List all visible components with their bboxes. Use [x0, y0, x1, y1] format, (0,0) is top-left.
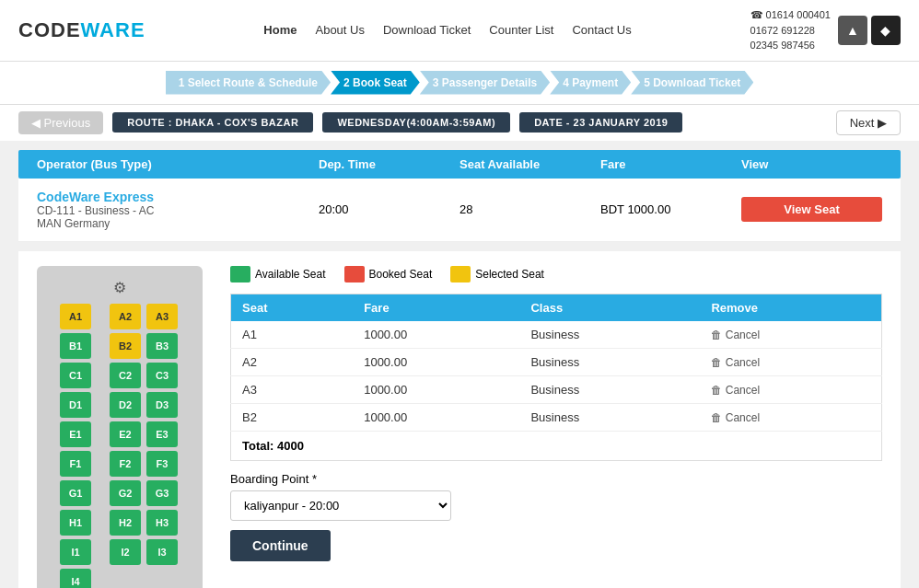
bus1-detail2: MAN Germany: [37, 217, 319, 230]
phone2: 01672 691228: [750, 23, 831, 39]
seat-B2[interactable]: B2: [110, 333, 141, 359]
seat-F2[interactable]: F2: [110, 451, 141, 477]
cancel-b2-button[interactable]: 🗑 Cancel: [711, 411, 760, 424]
sel-class-a3: Business: [519, 375, 700, 403]
step-1-label: 1 Select Route & Schedule: [179, 76, 318, 89]
seat-A3[interactable]: A3: [146, 304, 178, 329]
nav-counter[interactable]: Counter List: [489, 23, 553, 37]
sel-col-fare: Fare: [353, 294, 519, 321]
col-view: View: [741, 157, 882, 171]
sel-seat-a2: A2: [231, 348, 354, 375]
cancel-a1-button[interactable]: 🗑 Cancel: [711, 329, 760, 341]
seat-G2[interactable]: G2: [110, 480, 141, 506]
sel-col-class: Class: [519, 294, 700, 321]
seat-H2[interactable]: H2: [110, 510, 141, 536]
aisle-gap: [97, 392, 106, 418]
phone3: 02345 987456: [750, 38, 831, 53]
continue-button[interactable]: Continue: [230, 530, 331, 561]
route-bar: ◀ Previous ROUTE : DHAKA - COX'S BAZAR W…: [0, 105, 919, 141]
cancel-a3-button[interactable]: 🗑 Cancel: [711, 384, 760, 397]
available-label: Available Seat: [255, 268, 326, 281]
seat-F1[interactable]: F1: [60, 451, 91, 477]
seat-F3[interactable]: F3: [146, 451, 178, 477]
step-5[interactable]: 5 Download Ticket: [631, 71, 753, 95]
bus1-dep-time: 20:00: [319, 202, 460, 216]
step-1[interactable]: 1 Select Route & Schedule: [166, 71, 331, 95]
sel-seat-a3: A3: [231, 375, 354, 403]
seat-I2[interactable]: I2: [110, 539, 141, 565]
selection-table: Seat Fare Class Remove A1 1000.00 Busine…: [230, 294, 882, 432]
apple-icon-btn[interactable]: ◆: [871, 16, 901, 45]
android-icon-btn[interactable]: ▲: [838, 16, 867, 45]
sel-col-seat: Seat: [231, 294, 354, 321]
seat-G3[interactable]: G3: [146, 480, 178, 506]
col-dep-time: Dep. Time: [319, 157, 460, 171]
step-2[interactable]: 2 Book Seat: [331, 71, 420, 95]
sel-fare-b2: 1000.00: [353, 403, 519, 431]
seat-D3[interactable]: D3: [146, 392, 178, 418]
seat-C3[interactable]: C3: [146, 363, 178, 388]
step-5-label: 5 Download Ticket: [644, 76, 740, 89]
seat-H3[interactable]: H3: [146, 510, 178, 536]
seat-G1[interactable]: G1: [60, 480, 91, 506]
sel-class-a1: Business: [519, 321, 700, 349]
bus1-seats: 28: [460, 202, 600, 216]
nav-contact[interactable]: Contact Us: [572, 23, 631, 37]
aisle-gap: [97, 333, 106, 359]
bus-row-1: CodeWare Express CD-111 - Business - AC …: [18, 179, 901, 242]
sel-class-a2: Business: [519, 348, 700, 375]
bus-diagram: ⚙ A1 A2 A3 B1 B2 B3 C1 C2 C3 D1 D2 D3 E1: [37, 266, 203, 589]
seat-I4[interactable]: I4: [60, 569, 91, 589]
legend-selected: Selected Seat: [450, 266, 544, 282]
aisle-gap: [97, 480, 106, 506]
aisle-gap: [97, 363, 106, 388]
sel-fare-a1: 1000.00: [353, 321, 519, 349]
seat-A2[interactable]: A2: [110, 304, 141, 329]
nav-about[interactable]: About Us: [315, 23, 364, 37]
seat-E3[interactable]: E3: [146, 421, 178, 447]
aisle-gap: [97, 539, 106, 565]
legend: Available Seat Booked Seat Selected Seat: [230, 266, 882, 282]
bus1-detail1: CD-111 - Business - AC: [37, 204, 319, 217]
logo: CODEWARE: [18, 18, 145, 42]
seat-B1[interactable]: B1: [60, 333, 91, 359]
seat-D2[interactable]: D2: [110, 392, 141, 418]
logo-ware: WARE: [81, 18, 145, 41]
sel-fare-a2: 1000.00: [353, 348, 519, 375]
prev-button[interactable]: ◀ Previous: [18, 111, 103, 134]
seat-C2[interactable]: C2: [110, 363, 141, 388]
aisle-gap: [97, 304, 106, 329]
bus1-view-seat-button[interactable]: View Seat: [741, 197, 882, 222]
nav-home[interactable]: Home: [263, 23, 297, 37]
seat-E2[interactable]: E2: [110, 421, 141, 447]
nav-download[interactable]: Download Ticket: [383, 23, 471, 37]
seat-E1[interactable]: E1: [60, 421, 91, 447]
seat-I1[interactable]: I1: [60, 539, 91, 565]
seat-A1[interactable]: A1: [60, 304, 91, 329]
col-fare: Fare: [600, 157, 741, 171]
legend-booked: Booked Seat: [344, 266, 433, 282]
seat-B3[interactable]: B3: [146, 333, 178, 359]
table-row: B2 1000.00 Business 🗑 Cancel: [231, 403, 882, 431]
day-time-info: WEDNESDAY(4:00AM-3:59AM): [322, 112, 510, 133]
table-row: A2 1000.00 Business 🗑 Cancel: [231, 348, 882, 375]
logo-code: CODE: [18, 18, 81, 41]
bus1-fare: BDT 1000.00: [600, 202, 741, 216]
cancel-a2-button[interactable]: 🗑 Cancel: [711, 356, 760, 369]
step-3-label: 3 Passenger Details: [433, 76, 537, 89]
seat-D1[interactable]: D1: [60, 392, 91, 418]
seat-I3[interactable]: I3: [146, 539, 178, 565]
aisle-gap: [97, 510, 106, 536]
seat-C1[interactable]: C1: [60, 363, 91, 388]
seat-H1[interactable]: H1: [60, 510, 91, 536]
selected-color-box: [450, 266, 471, 282]
total-row: Total: 4000: [230, 432, 882, 461]
step-3-box: 3 Passenger Details: [420, 71, 550, 95]
step-4[interactable]: 4 Payment: [550, 71, 631, 95]
boarding-select[interactable]: kaliyanpur - 20:00: [230, 490, 451, 521]
step-3[interactable]: 3 Passenger Details: [420, 71, 550, 95]
sel-seat-b2: B2: [231, 403, 354, 431]
next-button[interactable]: Next ▶: [836, 110, 901, 135]
sel-seat-a1: A1: [231, 321, 354, 349]
bus1-name: CodeWare Express: [37, 190, 319, 204]
